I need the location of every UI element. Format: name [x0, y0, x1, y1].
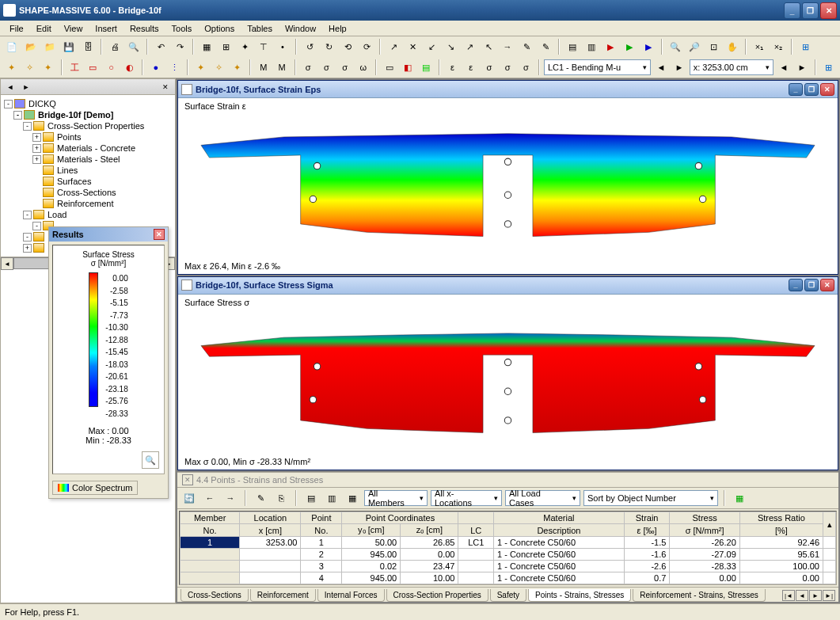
arrow7-icon[interactable]: →: [499, 38, 516, 55]
table-row[interactable]: 2945.000.001 - Concrete C50/60-1.6-27.09…: [181, 549, 836, 561]
eps1-icon[interactable]: ε: [444, 59, 461, 76]
tab-pts[interactable]: Points - Strains, Stresses: [528, 589, 631, 602]
filter-members[interactable]: All Members: [364, 490, 428, 506]
maximize-button[interactable]: ❐: [802, 2, 819, 19]
tabnav-last[interactable]: ►|: [823, 590, 835, 601]
arrow1-icon[interactable]: ↗: [385, 38, 402, 55]
sig1-icon[interactable]: σ: [300, 59, 317, 76]
zoom-in-icon[interactable]: 🔍: [667, 38, 684, 55]
eps5-icon[interactable]: σ: [518, 59, 534, 76]
dim-icon[interactable]: ⊤: [255, 38, 272, 55]
table1-icon[interactable]: ▤: [564, 38, 581, 55]
x2-icon[interactable]: ×₂: [770, 38, 787, 55]
grid-icon[interactable]: ▦: [198, 38, 215, 55]
arrow4-icon[interactable]: ↘: [442, 38, 459, 55]
eps2-icon[interactable]: ε: [462, 59, 479, 76]
tt-copy-icon[interactable]: ⎘: [272, 489, 290, 507]
tabnav-first[interactable]: |◄: [782, 590, 795, 601]
tt-fwd-icon[interactable]: →: [222, 489, 239, 507]
rot4-icon[interactable]: ⟳: [358, 38, 375, 55]
prev-lc-icon[interactable]: ◄: [652, 59, 669, 76]
sig2-icon[interactable]: σ: [318, 59, 335, 76]
menu-window[interactable]: Window: [279, 22, 322, 35]
redo-icon[interactable]: ↷: [171, 38, 188, 55]
arrow3-icon[interactable]: ↙: [423, 38, 440, 55]
rot-right-icon[interactable]: ↻: [320, 38, 337, 55]
rot-left-icon[interactable]: ↺: [301, 38, 318, 55]
loadcase-combo[interactable]: LC1 - Bending M-u: [544, 59, 651, 75]
arrow5-icon[interactable]: ↗: [461, 38, 478, 55]
zoom-out-icon[interactable]: 🔎: [686, 38, 703, 55]
rect-icon[interactable]: ▭: [85, 59, 101, 76]
table-close-icon[interactable]: ✕: [182, 474, 193, 485]
menu-tools[interactable]: Tools: [165, 22, 199, 35]
other-icon[interactable]: ◐: [121, 59, 138, 76]
menu-help[interactable]: Help: [322, 22, 353, 35]
axes-icon[interactable]: ✦: [236, 38, 253, 55]
print-icon[interactable]: 🖨: [106, 38, 124, 55]
sub1-max[interactable]: ❐: [804, 83, 819, 96]
open-icon[interactable]: 📂: [22, 38, 40, 55]
run1-icon[interactable]: ▶: [602, 38, 619, 55]
saveall-icon[interactable]: 🗄: [79, 38, 97, 55]
table-row[interactable]: 13253.00150.0026.85LC11 - Concrete C50/6…: [181, 537, 836, 549]
run2-icon[interactable]: ▶: [621, 38, 638, 55]
star2-icon[interactable]: ✧: [211, 59, 227, 76]
table-row[interactable]: 30.0223.471 - Concrete C50/60-2.6-28.331…: [181, 561, 836, 572]
filter-lc[interactable]: All Load Cases: [505, 490, 580, 506]
tt-b2-icon[interactable]: ▥: [323, 489, 340, 507]
preview-icon[interactable]: 🔍: [125, 38, 143, 55]
undo-icon[interactable]: ↶: [152, 38, 169, 55]
dot-icon[interactable]: ●: [147, 59, 164, 76]
open2-icon[interactable]: 📁: [41, 38, 59, 55]
sub2-min[interactable]: _: [789, 279, 803, 291]
isec-icon[interactable]: 工: [67, 59, 83, 76]
tab-if[interactable]: Internal Forces: [317, 589, 385, 602]
results-close-icon[interactable]: ✕: [154, 229, 165, 240]
menu-tables[interactable]: Tables: [241, 22, 279, 35]
star1-icon[interactable]: ✦: [192, 59, 209, 76]
close-button[interactable]: ✕: [820, 2, 837, 19]
sub2-max[interactable]: ❐: [804, 279, 819, 291]
box2-icon[interactable]: ◧: [400, 59, 416, 76]
menu-file[interactable]: File: [3, 22, 30, 35]
save-icon[interactable]: 💾: [60, 38, 78, 55]
menu-insert[interactable]: Insert: [89, 22, 124, 35]
tab-rss[interactable]: Reinforcement - Strains, Stresses: [633, 589, 766, 602]
sub2-close[interactable]: ✕: [820, 279, 834, 291]
rot3-icon[interactable]: ⟲: [339, 38, 356, 55]
tt-b3-icon[interactable]: ▦: [344, 489, 361, 507]
tool1-icon[interactable]: ✦: [3, 59, 20, 76]
tt-edit-icon[interactable]: ✎: [252, 489, 269, 507]
omega-icon[interactable]: ω: [355, 59, 371, 76]
new-icon[interactable]: 📄: [3, 38, 21, 55]
menu-options[interactable]: Options: [198, 22, 241, 35]
tool3-icon[interactable]: ✦: [40, 59, 56, 76]
star3-icon[interactable]: ✦: [229, 59, 245, 76]
nav-back-icon[interactable]: ◄: [4, 81, 17, 93]
arrow8-icon[interactable]: ✎: [518, 38, 535, 55]
zoom-legend-icon[interactable]: 🔍: [142, 451, 159, 469]
filter-xloc[interactable]: All x-Locations: [431, 490, 502, 506]
box1-icon[interactable]: ▭: [381, 59, 397, 76]
color-spectrum-button[interactable]: Color Spectrum: [52, 481, 138, 495]
table2-icon[interactable]: ▥: [583, 38, 600, 55]
dots-icon[interactable]: ⋮: [166, 59, 183, 76]
tab-reinf[interactable]: Reinforcement: [250, 589, 316, 602]
table-row[interactable]: 4945.0010.001 - Concrete C50/600.70.000.…: [181, 572, 836, 584]
tt-b1-icon[interactable]: ▤: [302, 489, 320, 507]
pt-icon[interactable]: •: [274, 38, 291, 55]
menu-view[interactable]: View: [58, 22, 89, 35]
results-table[interactable]: MemberLocation PointPoint Coordinates Ma…: [180, 512, 836, 584]
xloc-combo[interactable]: x: 3253.00 cm: [690, 59, 774, 75]
circle-icon[interactable]: ○: [103, 59, 120, 76]
nav-close-icon[interactable]: ✕: [159, 81, 172, 93]
x1-icon[interactable]: ×₁: [751, 38, 768, 55]
tab-safety[interactable]: Safety: [490, 589, 526, 602]
next-x-icon[interactable]: ►: [793, 59, 810, 76]
nav-fwd-icon[interactable]: ►: [20, 81, 32, 93]
tt-excel-icon[interactable]: ▦: [731, 489, 748, 507]
arrow6-icon[interactable]: ↖: [480, 38, 497, 55]
sub1-close[interactable]: ✕: [820, 83, 834, 96]
filter-sort[interactable]: Sort by Object Number: [583, 490, 718, 506]
